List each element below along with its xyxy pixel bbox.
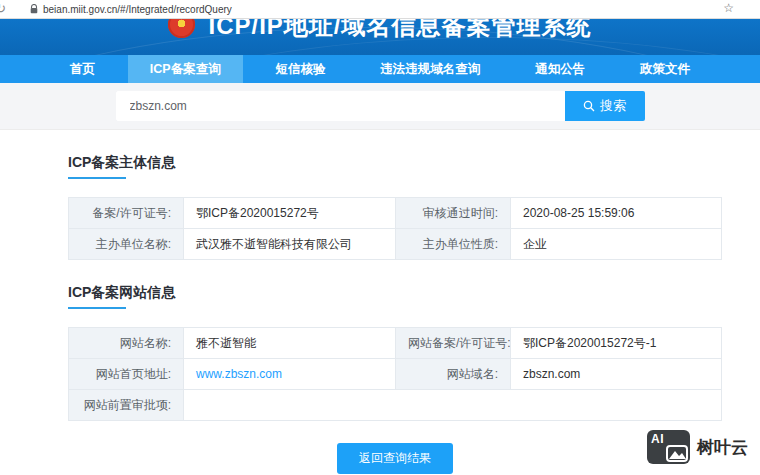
browser-address-bar: ↻ beian.miit.gov.cn/#/Integrated/recordQ… [0,0,760,19]
banner-inner: ICP/IP地址/域名信息备案管理系统 [168,19,591,55]
nav-tabs: 首页 ICP备案查询 短信核验 违法违规域名查询 通知公告 政策文件 [48,55,712,83]
nav-tab-sms-verify[interactable]: 短信核验 [254,55,348,83]
national-emblem-icon [168,19,195,38]
site-name-value: 雅不逝智能 [184,328,396,359]
subject-section-title: ICP备案主体信息 [68,154,722,179]
nav-tab-illegal-domain-query[interactable]: 违法违规域名查询 [358,55,502,83]
homepage-url-label: 网站首页地址: [69,359,184,390]
site-domain-label: 网站域名: [396,359,511,390]
organizer-name-value: 武汉雅不逝智能科技有限公司 [184,229,396,260]
organizer-nature-label: 主办单位性质: [396,229,511,260]
site-domain-value: zbszn.com [511,359,722,390]
site-title: ICP/IP地址/域名信息备案管理系统 [208,19,591,41]
mountain-picture-icon [666,445,688,462]
search-input[interactable] [116,91,565,121]
nav-tab-home[interactable]: 首页 [48,55,117,83]
table-row: 主办单位名称: 武汉雅不逝智能科技有限公司 主办单位性质: 企业 [69,229,722,260]
pre-approval-label: 网站前置审批项: [69,390,184,421]
approval-time-value: 2020-08-25 15:59:06 [511,198,722,229]
website-section-title: ICP备案网站信息 [68,284,722,309]
organizer-nature-value: 企业 [511,229,722,260]
license-number-value: 鄂ICP备2020015272号 [184,198,396,229]
nav-tab-notices[interactable]: 通知公告 [513,55,607,83]
url-text[interactable]: beian.miit.gov.cn/#/Integrated/recordQue… [43,4,232,15]
watermark-brand-text: 树叶云 [697,436,748,459]
table-row: 网站前置审批项: [69,390,722,421]
subject-info-table: 备案/许可证号: 鄂ICP备2020015272号 审核通过时间: 2020-0… [68,197,722,260]
nav-tab-icp-query[interactable]: ICP备案查询 [128,55,243,83]
site-name-label: 网站名称: [69,328,184,359]
search-icon [583,100,595,112]
shuyeyun-logo-icon: AI [647,430,690,464]
main-navbar: 首页 ICP备案查询 短信核验 违法违规域名查询 通知公告 政策文件 [0,55,760,83]
nav-tab-policy-docs[interactable]: 政策文件 [618,55,712,83]
table-row: 网站名称: 雅不逝智能 网站备案/许可证号: 鄂ICP备2020015272号-… [69,328,722,359]
query-result-content: ICP备案主体信息 备案/许可证号: 鄂ICP备2020015272号 审核通过… [0,154,760,474]
search-section: 搜索 [0,83,760,130]
refresh-icon[interactable]: ↻ [0,1,6,16]
homepage-url-link[interactable]: www.zbszn.com [196,367,282,381]
table-row: 网站首页地址: www.zbszn.com 网站域名: zbszn.com [69,359,722,390]
search-button-label: 搜索 [600,97,626,115]
table-row: 备案/许可证号: 鄂ICP备2020015272号 审核通过时间: 2020-0… [69,198,722,229]
bookmark-star-icon[interactable]: ☆ [723,1,734,15]
pre-approval-value [184,390,722,421]
search-box: 搜索 [116,91,645,121]
watermark-ai-text: AI [651,432,664,446]
organizer-name-label: 主办单位名称: [69,229,184,260]
license-number-label: 备案/许可证号: [69,198,184,229]
url-chip[interactable]: beian.miit.gov.cn/#/Integrated/recordQue… [30,4,232,15]
site-license-label: 网站备案/许可证号: [396,328,511,359]
back-to-results-button[interactable]: 返回查询结果 [337,443,453,474]
search-button[interactable]: 搜索 [565,91,645,121]
site-license-value: 鄂ICP备2020015272号-1 [511,328,722,359]
site-banner: ICP/IP地址/域名信息备案管理系统 [0,19,760,55]
lock-icon[interactable] [30,4,38,14]
watermark: AI 树叶云 [647,430,748,464]
approval-time-label: 审核通过时间: [396,198,511,229]
website-info-table: 网站名称: 雅不逝智能 网站备案/许可证号: 鄂ICP备2020015272号-… [68,327,722,421]
